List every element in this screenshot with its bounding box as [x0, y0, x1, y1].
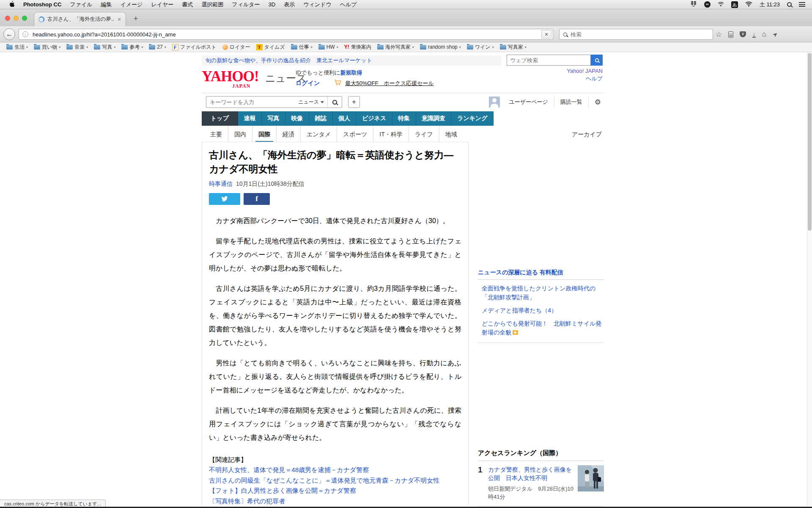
site-info-icon[interactable]: i	[22, 31, 28, 37]
nav-tab-poll[interactable]: 意識調査	[416, 111, 452, 126]
nav-tab-personal[interactable]: 個人	[333, 111, 357, 126]
subscriptions-link[interactable]: 購読一覧	[554, 98, 588, 106]
bookmark-folder-music[interactable]: 音楽▾	[63, 44, 91, 51]
bookmark-folder-hw[interactable]: HW▾	[315, 44, 341, 50]
subnav-entertainment[interactable]: エンタメ	[301, 126, 337, 143]
menu-view[interactable]: 表示	[280, 1, 299, 8]
paid-link[interactable]: 全面戦争を覚悟したクリントン政権時代の「北朝鮮攻撃計画」	[478, 284, 604, 302]
news-search-box[interactable]: ニュース	[206, 96, 342, 108]
sale-link[interactable]: 最大50%OFF ホークス応援セール	[345, 80, 434, 87]
creative-cloud-icon[interactable]: ∞	[704, 1, 710, 8]
nav-tab-ranking[interactable]: ランキング	[451, 111, 494, 126]
minimize-window-button[interactable]	[14, 16, 19, 21]
nav-tab-flash[interactable]: 速報	[238, 111, 262, 126]
menu-3d[interactable]: 3D	[264, 1, 280, 8]
wifi-scanner-icon[interactable]	[718, 1, 724, 8]
subnav-sports[interactable]: スポーツ	[337, 126, 373, 143]
bookmark-times[interactable]: Tタイムズ	[253, 44, 288, 51]
nav-tab-top[interactable]: トップ	[202, 111, 238, 126]
bookmark-folder-reference[interactable]: 参考▾	[118, 44, 146, 51]
id-register-link[interactable]: 新規取得	[340, 69, 362, 76]
subnav-main[interactable]: 主要	[204, 126, 228, 143]
nav-tab-feature[interactable]: 特集	[392, 111, 416, 126]
share-icon[interactable]: ➤	[771, 30, 779, 39]
yahoo-japan-link[interactable]: Yahoo! JAPAN	[567, 68, 603, 74]
bookmark-filepost[interactable]: Fファイルポスト	[169, 44, 219, 51]
promo-link[interactable]: 旬の新鮮な食べ物や、手作りの逸品を紹介 東北エールマーケット	[206, 57, 372, 64]
login-link[interactable]: ログイン	[296, 80, 320, 87]
subnav-life[interactable]: ライフ	[409, 126, 439, 143]
ranking-link[interactable]: カナダ警察、男性と歩く画像を公開 日本人女性不明	[488, 465, 574, 482]
help-link[interactable]: ヘルプ	[586, 75, 603, 82]
menu-edit[interactable]: 編集	[96, 1, 116, 8]
web-search-input[interactable]	[507, 55, 591, 66]
bookmark-folder-photo[interactable]: 写真▾	[91, 44, 118, 51]
paid-link[interactable]: メディアと指導者たち（4）	[478, 306, 604, 315]
user-page-link[interactable]: ユーザーページ	[503, 98, 554, 106]
news-search-button[interactable]	[327, 97, 342, 108]
bookmark-folder-27[interactable]: 27▾	[146, 44, 169, 50]
back-button[interactable]: ←	[3, 28, 15, 40]
url-bar[interactable]: i ✕	[19, 29, 553, 40]
menu-filter[interactable]: フィルター	[228, 1, 264, 8]
tab-close-icon[interactable]: ✕	[117, 17, 121, 22]
nav-tab-photo[interactable]: 写真	[262, 111, 285, 126]
bookmark-reuters[interactable]: ロイター	[219, 44, 253, 51]
nav-tab-business[interactable]: ビジネス	[356, 111, 392, 126]
facebook-share-button[interactable]: f	[244, 193, 270, 205]
paid-link[interactable]: どこからでも発射可能！ 北朝鮮ミサイル発射場の全貌	[478, 319, 604, 337]
subnav-international[interactable]: 国際	[252, 126, 277, 143]
related-link[interactable]: 〔写真特集〕希代の犯罪者	[209, 496, 461, 507]
menubar-clock[interactable]: 土 11:23	[760, 1, 780, 8]
menu-layer[interactable]: レイヤー	[147, 1, 178, 8]
subnav-economy[interactable]: 経済	[277, 126, 301, 143]
archive-link[interactable]: アーカイブ	[572, 126, 602, 143]
nav-tab-video[interactable]: 映像	[285, 111, 309, 126]
menu-type[interactable]: 書式	[178, 1, 197, 8]
pocket-icon[interactable]: ∨	[740, 31, 746, 37]
bookmark-folder-wine[interactable]: ワイン▾	[464, 44, 497, 51]
news-search-input[interactable]	[206, 99, 295, 105]
dropbox-icon[interactable]	[690, 1, 697, 8]
menubar-app-name[interactable]: Photoshop CC	[19, 1, 66, 8]
menu-image[interactable]: イメージ	[116, 1, 147, 8]
bookmark-folder-life[interactable]: 生活▾	[3, 44, 31, 51]
menu-help[interactable]: ヘルプ	[336, 1, 361, 8]
bookmark-folder-overseas-photographers[interactable]: 海外写真家▾	[374, 44, 417, 51]
twitter-share-button[interactable]	[209, 193, 240, 205]
article-source-link[interactable]: 時事通信	[209, 180, 233, 187]
subnav-it-science[interactable]: IT・科学	[373, 126, 409, 143]
bookmark-folder-work[interactable]: 仕事▾	[288, 44, 315, 51]
stop-button[interactable]: ✕	[541, 30, 551, 39]
input-source-icon[interactable]: あ	[731, 1, 738, 8]
nav-tab-magazine[interactable]: 雑誌	[309, 111, 333, 126]
yahoo-logo[interactable]: YAHOO!	[202, 68, 259, 85]
related-link[interactable]: 不明邦人女性、遺体で発見＝48歳男を逮捕－カナダ警察	[209, 465, 461, 475]
browser-tab[interactable]: 古川さん、「海外生活の夢... ✕	[34, 12, 126, 26]
menu-file[interactable]: ファイル	[66, 1, 96, 8]
url-input[interactable]	[32, 31, 541, 38]
page-scrollbar[interactable]	[807, 52, 812, 508]
zoom-window-button[interactable]	[22, 16, 27, 21]
related-link[interactable]: 古川さんの同級生「なぜこんなことに」＝遺体発見で地元青森－カナダ不明女性	[209, 475, 461, 486]
add-search-button[interactable]: +	[348, 96, 360, 108]
subnav-domestic[interactable]: 国内	[228, 126, 252, 143]
notification-center-icon[interactable]	[799, 2, 805, 7]
bookmark-star-icon[interactable]: ☆	[716, 30, 722, 39]
user-avatar[interactable]	[489, 97, 500, 108]
spotlight-icon[interactable]	[787, 2, 792, 7]
new-tab-button[interactable]: +	[130, 14, 141, 23]
subnav-region[interactable]: 地域	[439, 126, 463, 143]
apple-menu[interactable]	[5, 1, 19, 8]
bookmark-folder-photographers[interactable]: 写真家▾	[497, 44, 529, 51]
browser-search-bar[interactable]	[559, 29, 713, 40]
home-icon[interactable]: ⌂	[762, 30, 766, 39]
downloads-icon[interactable]: ↓	[752, 31, 756, 38]
bookmark-transit[interactable]: Y!乗換案内	[341, 44, 374, 51]
scrollbar-thumb[interactable]	[808, 53, 812, 231]
menu-select[interactable]: 選択範囲	[197, 1, 228, 8]
bookmark-folder-random-shop[interactable]: random shop▾	[417, 44, 464, 50]
web-search-button[interactable]	[591, 55, 603, 66]
menu-window[interactable]: ウィンドウ	[299, 1, 336, 8]
wifi-icon[interactable]	[745, 1, 752, 8]
